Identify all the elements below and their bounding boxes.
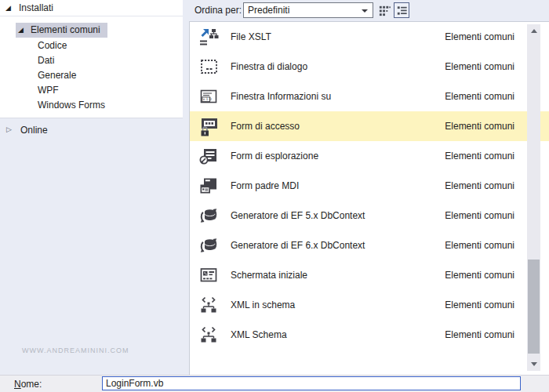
ef-icon <box>198 205 219 226</box>
scroll-down-button[interactable] <box>527 358 540 371</box>
list-item[interactable]: Generatore di EF 5.x DbContext Elementi … <box>190 201 549 230</box>
template-name: Generatore di EF 6.x DbContext <box>231 240 365 251</box>
list-view-icon <box>395 4 409 17</box>
footer-bar: Nome: <box>0 375 549 392</box>
tree-node-label: WPF <box>38 85 59 96</box>
name-input[interactable] <box>102 376 521 390</box>
list-item[interactable]: XML in schema Elementi comuni <box>190 290 549 320</box>
dialog-icon <box>198 56 219 77</box>
xslt-icon <box>198 27 219 47</box>
expanded-triangle-icon: ◢ <box>18 27 26 34</box>
tree-node-label: Windows Forms <box>38 100 105 111</box>
template-category: Elementi comuni <box>445 329 514 340</box>
template-list: File XSLT Elementi comuni Finestra di di… <box>190 22 549 350</box>
template-name: File XSLT <box>231 31 271 42</box>
tree-node-label: Elementi comuni <box>31 24 100 35</box>
tree-node-wpf[interactable]: WPF <box>38 82 183 97</box>
list-item[interactable]: XML Schema Elementi comuni <box>190 320 549 350</box>
name-label: Nome: <box>14 379 42 390</box>
scrollbar[interactable] <box>527 24 540 371</box>
template-name: Form di esplorazione <box>231 151 318 162</box>
template-category: Elementi comuni <box>445 210 514 221</box>
tree-node-windows-forms[interactable]: Windows Forms <box>38 97 183 112</box>
tree-node-installati[interactable]: ◢ Installati <box>0 0 183 16</box>
tree-node-online[interactable]: ▷ Online <box>0 122 48 137</box>
watermark-text: WWW.ANDREAMININI.COM <box>22 347 129 354</box>
ef-icon <box>198 235 219 256</box>
tree-node-label: Online <box>20 125 48 136</box>
about-icon: v.1.0 <box>198 86 219 107</box>
template-category: Elementi comuni <box>445 240 514 251</box>
tree-node-label: Generale <box>38 70 76 81</box>
tree-node-elementi-comuni[interactable]: ◢ Elementi comuni <box>16 23 107 38</box>
login-icon <box>198 116 219 136</box>
list-view-button[interactable] <box>394 2 409 18</box>
list-item[interactable]: Generatore di EF 6.x DbContext Elementi … <box>190 230 549 260</box>
sort-dropdown-value: Predefiniti <box>248 5 289 16</box>
template-category: Elementi comuni <box>445 31 514 42</box>
template-name: Generatore di EF 5.x DbContext <box>231 210 365 221</box>
template-name: Form padre MDI <box>231 180 299 191</box>
expanded-triangle-icon: ◢ <box>5 5 13 12</box>
list-item[interactable]: Form di esplorazione Elementi comuni <box>190 141 549 171</box>
tree-node-generale[interactable]: Generale <box>38 67 183 82</box>
sort-dropdown[interactable]: Predefiniti <box>243 2 373 18</box>
arrow-down-icon <box>531 362 537 366</box>
sort-by-label: Ordina per: <box>195 5 242 16</box>
explorer-icon <box>198 146 219 166</box>
splash-icon <box>198 265 219 285</box>
list-item[interactable]: Schermata iniziale Elementi comuni <box>190 260 549 290</box>
list-item[interactable]: File XSLT Elementi comuni <box>190 22 549 52</box>
scroll-up-button[interactable] <box>527 24 540 38</box>
mdi-icon <box>198 176 219 196</box>
small-icons-view-button[interactable] <box>376 2 392 18</box>
template-category: Elementi comuni <box>445 61 514 72</box>
template-category: Elementi comuni <box>445 270 514 281</box>
template-list-panel: File XSLT Elementi comuni Finestra di di… <box>189 21 549 375</box>
chevron-down-icon <box>362 9 368 13</box>
template-name: Finestra di dialogo <box>231 61 307 72</box>
tree-node-codice[interactable]: Codice <box>38 38 183 53</box>
template-category: Elementi comuni <box>445 91 514 102</box>
category-pane: ◢ Installati ◢ Elementi comuni Codice Da… <box>0 0 183 118</box>
toolbar: Ordina per: Predefiniti <box>188 0 549 21</box>
list-item[interactable]: Form padre MDI Elementi comuni <box>190 171 549 201</box>
template-category: Elementi comuni <box>445 121 514 132</box>
template-name: Schermata iniziale <box>231 270 307 281</box>
xml-icon <box>198 295 219 315</box>
template-name: Finestra Informazioni su <box>231 91 331 102</box>
template-category: Elementi comuni <box>445 180 514 191</box>
template-category: Elementi comuni <box>445 151 514 162</box>
tree-node-label: Codice <box>38 40 67 51</box>
tree-node-dati[interactable]: Dati <box>38 53 183 67</box>
template-category: Elementi comuni <box>445 299 514 310</box>
collapsed-triangle-icon: ▷ <box>6 126 14 133</box>
template-name: XML Schema <box>231 329 287 340</box>
tree-node-label: Installati <box>19 2 53 13</box>
xml-icon <box>198 325 219 345</box>
list-item[interactable]: v.1.0 Finestra Informazioni su Elementi … <box>190 82 549 111</box>
arrow-up-icon <box>531 29 537 33</box>
tree-node-label: Dati <box>38 55 54 66</box>
template-name: XML in schema <box>231 299 295 310</box>
list-item[interactable]: Form di accesso Elementi comuni <box>190 111 549 141</box>
scroll-thumb[interactable] <box>528 260 540 354</box>
svg-text:v.1.0: v.1.0 <box>203 97 212 101</box>
template-name: Form di accesso <box>231 121 300 132</box>
list-item[interactable]: Finestra di dialogo Elementi comuni <box>190 52 549 82</box>
small-icons-view-icon <box>378 4 391 17</box>
